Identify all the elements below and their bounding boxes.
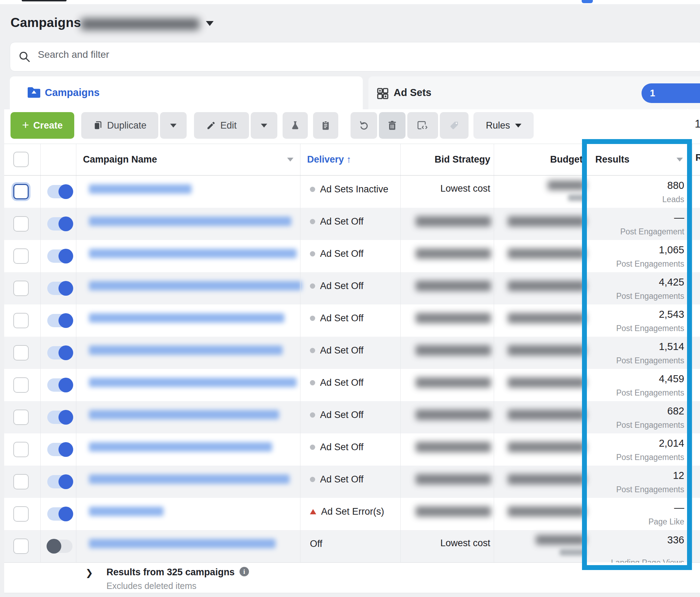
edit-button[interactable]: Edit xyxy=(194,112,249,139)
toggle-knob xyxy=(58,442,73,457)
campaign-name-redacted[interactable] xyxy=(89,249,297,258)
row-checkbox[interactable] xyxy=(13,281,29,296)
campaign-name-redacted[interactable] xyxy=(89,184,192,194)
search-input[interactable] xyxy=(10,42,700,71)
result-value: 4,459 xyxy=(659,373,684,385)
campaign-name-redacted[interactable] xyxy=(89,281,302,290)
delete-button[interactable] xyxy=(379,112,406,139)
campaign-status-toggle[interactable] xyxy=(47,249,72,263)
inactive-dot-icon xyxy=(310,380,315,385)
account-dropdown-caret-icon[interactable] xyxy=(206,21,214,26)
bid-strategy-text: Lowest cost xyxy=(440,538,490,549)
column-header-results[interactable]: Results xyxy=(595,144,665,175)
row-checkbox[interactable] xyxy=(13,345,29,361)
campaign-name-redacted[interactable] xyxy=(89,410,279,419)
campaign-status-toggle[interactable] xyxy=(47,443,72,456)
export-code-button[interactable] xyxy=(407,112,438,139)
results-summary-text: Results from 325 campaigns xyxy=(106,567,235,578)
campaign-name-redacted[interactable] xyxy=(89,507,164,516)
delivery-status-text: Ad Set Off xyxy=(320,442,363,453)
search-placeholder: Search and filter xyxy=(38,49,109,60)
column-menu-caret-icon[interactable] xyxy=(287,158,293,162)
chevron-down-icon xyxy=(515,124,521,128)
result-label: Post Engagements xyxy=(616,356,684,365)
campaign-name-redacted[interactable] xyxy=(89,539,276,548)
account-name-redacted[interactable] xyxy=(81,18,200,30)
row-checkbox[interactable] xyxy=(13,410,29,425)
campaign-status-toggle[interactable] xyxy=(47,507,72,521)
bid-strategy-redacted xyxy=(416,506,491,517)
duplicate-options-button[interactable] xyxy=(160,112,187,139)
campaign-status-toggle[interactable] xyxy=(47,475,72,488)
tag-icon xyxy=(449,120,459,131)
row-checkbox[interactable] xyxy=(13,313,29,328)
table-row: Ad Set Off — Post Engagement xyxy=(4,208,700,240)
expand-summary-chevron-icon[interactable]: ❯ xyxy=(85,568,93,578)
chevron-down-icon xyxy=(261,124,267,128)
delivery-status-text: Ad Set Off xyxy=(320,345,363,356)
column-header-reach-partial[interactable]: R xyxy=(695,152,700,163)
column-header-budget[interactable]: Budget xyxy=(494,144,583,175)
campaign-status-toggle[interactable] xyxy=(47,217,72,231)
sort-ascending-icon: ↑ xyxy=(347,154,352,165)
select-all-checkbox[interactable] xyxy=(13,152,29,167)
duplicate-button[interactable]: Duplicate xyxy=(81,112,158,139)
result-value: 4,425 xyxy=(659,276,684,288)
result-value: 1,514 xyxy=(659,341,684,352)
campaign-name-redacted[interactable] xyxy=(89,313,284,323)
row-checkbox[interactable] xyxy=(13,474,29,489)
table-row: Off Lowest cost 336 Landing Page Views xyxy=(4,530,700,562)
rules-button[interactable]: Rules xyxy=(473,112,534,139)
row-checkbox[interactable] xyxy=(13,248,29,264)
delivery-status-text: Ad Set Off xyxy=(320,410,363,420)
campaign-status-toggle[interactable] xyxy=(47,411,72,424)
tag-button[interactable] xyxy=(440,112,469,139)
column-header-campaign-name[interactable]: Campaign Name xyxy=(83,144,293,175)
campaign-status-toggle[interactable] xyxy=(47,378,72,392)
duplicate-icon xyxy=(93,121,103,130)
delivery-status-text: Ad Set Off xyxy=(320,313,363,324)
inactive-dot-icon xyxy=(310,412,315,418)
column-menu-caret-icon[interactable] xyxy=(677,158,683,162)
selected-count-badge[interactable]: 1 Selected✕ xyxy=(642,83,700,103)
page-title: Campaigns xyxy=(11,15,81,30)
toggle-knob xyxy=(58,410,73,425)
undo-button[interactable] xyxy=(351,112,377,139)
campaign-status-toggle[interactable] xyxy=(47,346,72,359)
result-value: — xyxy=(674,502,684,514)
column-header-delivery[interactable]: Delivery ↑ xyxy=(307,144,402,175)
campaign-status-toggle[interactable] xyxy=(47,314,72,327)
campaign-status-toggle[interactable] xyxy=(47,282,72,295)
clipboard-button[interactable] xyxy=(313,112,338,139)
row-checkbox[interactable] xyxy=(13,506,29,522)
campaign-name-redacted[interactable] xyxy=(89,442,272,452)
campaigns-folder-icon xyxy=(27,86,41,99)
delivery-status-text: Ad Set Off xyxy=(320,474,363,485)
campaign-name-redacted[interactable] xyxy=(89,474,290,484)
campaign-status-toggle[interactable] xyxy=(47,540,72,553)
inactive-dot-icon xyxy=(310,316,315,321)
ab-test-button[interactable] xyxy=(283,112,308,139)
table-footer: ❯ Results from 325 campaigns i Excludes … xyxy=(4,563,700,593)
row-checkbox[interactable] xyxy=(13,216,29,232)
toggle-knob xyxy=(47,539,61,554)
budget-redacted xyxy=(508,410,585,420)
campaign-status-toggle[interactable] xyxy=(47,185,72,198)
campaign-name-redacted[interactable] xyxy=(89,217,291,226)
inactive-dot-icon xyxy=(310,348,315,353)
edit-options-button[interactable] xyxy=(251,112,277,139)
delivery-status-text: Ad Set Off xyxy=(320,377,363,388)
row-checkbox[interactable] xyxy=(13,184,29,199)
info-icon[interactable]: i xyxy=(240,567,249,576)
partial-count-text: 1 xyxy=(695,118,700,130)
clipboard-icon xyxy=(320,120,331,131)
column-header-bid-strategy[interactable]: Bid Strategy xyxy=(400,144,490,175)
row-checkbox[interactable] xyxy=(13,538,29,554)
campaign-name-redacted[interactable] xyxy=(89,345,283,355)
create-button[interactable]: +Create xyxy=(11,112,74,139)
row-checkbox[interactable] xyxy=(13,442,29,457)
delivery-status-text: Ad Set Error(s) xyxy=(321,506,384,517)
result-value: — xyxy=(674,212,684,224)
campaign-name-redacted[interactable] xyxy=(89,378,297,387)
row-checkbox[interactable] xyxy=(13,377,29,393)
